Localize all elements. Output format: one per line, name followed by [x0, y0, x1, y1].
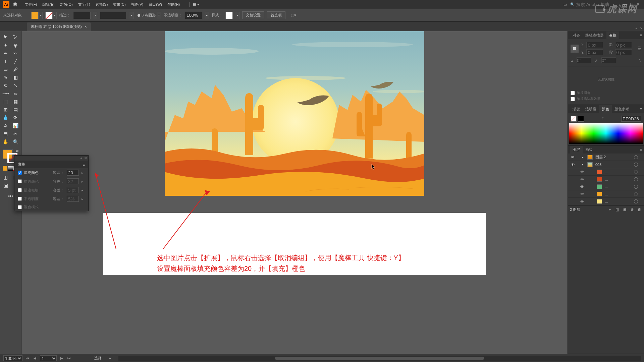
- zoom-select[interactable]: 100%: [3, 355, 22, 361]
- width-tool[interactable]: ⟿: [1, 89, 11, 98]
- symbol-sprayer-tool[interactable]: ✲: [1, 122, 11, 130]
- menu-type[interactable]: 文字(T): [75, 2, 93, 7]
- visibility-icon[interactable]: 👁: [579, 199, 585, 203]
- layer-name[interactable]: 003: [594, 163, 633, 167]
- constrain-proportions-icon[interactable]: ⛓: [638, 46, 641, 51]
- menu-file[interactable]: 文件(F): [22, 2, 40, 7]
- panel-close-icon[interactable]: ✕: [84, 156, 87, 160]
- scale-strokes-checkbox[interactable]: 缩放描边和效果: [571, 96, 641, 102]
- tab-close-icon[interactable]: ×: [85, 24, 87, 29]
- tab-transform[interactable]: 变换: [606, 32, 619, 39]
- profile-input[interactable]: [100, 12, 127, 19]
- layer-row[interactable]: 👁▾003: [568, 161, 644, 168]
- shape-builder-tool[interactable]: ⬚: [1, 98, 11, 106]
- wand-fill-color-checkbox[interactable]: 填充颜色: [18, 170, 50, 175]
- expand-icon[interactable]: ▾: [582, 163, 586, 166]
- magic-wand-panel[interactable]: «✕ 魔棒≡ 填充颜色 容差： ▸ 描边颜色 容差： ▸ 描边粗细 容差： ▸: [14, 155, 89, 211]
- menu-effect[interactable]: 效果(C): [110, 2, 128, 7]
- layer-name[interactable]: ...: [603, 185, 633, 189]
- brush-dd[interactable]: ▾: [157, 12, 161, 19]
- layer-row[interactable]: 👁...: [568, 176, 644, 183]
- graph-tool[interactable]: 📊: [11, 122, 21, 130]
- free-transform-tool[interactable]: ▱: [11, 89, 21, 98]
- tab-pathfinder[interactable]: 路径查找器: [583, 32, 606, 39]
- gradient-tool[interactable]: ▤: [11, 106, 21, 114]
- h-scrollbar[interactable]: [118, 356, 641, 361]
- opacity-dd[interactable]: ▸: [205, 12, 209, 19]
- stroke-weight-input[interactable]: [73, 12, 91, 19]
- tab-transparency[interactable]: 透明度: [583, 105, 599, 113]
- visibility-icon[interactable]: 👁: [570, 155, 575, 159]
- nav-next-icon[interactable]: ▶: [59, 356, 64, 361]
- make-clipping-mask-icon[interactable]: ◫: [614, 207, 620, 212]
- wand-opacity-checkbox[interactable]: 不透明度: [18, 196, 50, 201]
- help-search-input[interactable]: [576, 2, 616, 7]
- tab-align[interactable]: 对齐: [570, 32, 583, 39]
- maximize-icon[interactable]: ▢: [630, 2, 635, 7]
- rotate-tool[interactable]: ↻: [1, 81, 11, 89]
- workspace-icon[interactable]: ▭: [564, 2, 567, 7]
- target-icon[interactable]: [634, 199, 638, 203]
- color-black-swatch[interactable]: [578, 116, 584, 122]
- layer-row[interactable]: 👁...: [568, 198, 644, 205]
- wand-fill-tolerance-input[interactable]: [67, 170, 79, 176]
- target-icon[interactable]: [634, 177, 638, 181]
- tab-color[interactable]: 颜色: [599, 105, 612, 113]
- fill-swatch[interactable]: [31, 12, 39, 19]
- draw-mode[interactable]: ◫: [1, 173, 11, 181]
- artboard-tool[interactable]: ⬒: [1, 130, 11, 138]
- menu-view[interactable]: 视图(V): [128, 2, 146, 7]
- curvature-tool[interactable]: 〰: [11, 49, 21, 57]
- align-to-icon[interactable]: ⬚▾: [291, 13, 296, 17]
- perspective-tool[interactable]: ▦: [11, 98, 21, 106]
- help-search[interactable]: 🔍: [570, 2, 616, 7]
- wand-blend-checkbox[interactable]: 混合模式: [18, 204, 85, 209]
- layer-name[interactable]: 图层 2: [594, 155, 633, 160]
- tab-gradient[interactable]: 渐变: [570, 105, 583, 113]
- slice-tool[interactable]: ✂: [11, 130, 21, 138]
- wand-stroke-color-checkbox[interactable]: 描边颜色: [18, 179, 50, 184]
- eraser-tool[interactable]: ◧: [11, 73, 21, 81]
- h-scroll-thumb[interactable]: [275, 357, 484, 360]
- style-swatch[interactable]: [225, 12, 233, 19]
- color-hex-input[interactable]: [621, 116, 641, 122]
- nav-prev-icon[interactable]: ◀: [33, 356, 37, 361]
- menu-window[interactable]: 窗口(W): [146, 2, 165, 7]
- lasso-tool[interactable]: ◉: [11, 41, 21, 49]
- tab-layers[interactable]: 图层: [570, 146, 583, 154]
- screen-mode[interactable]: ▣: [1, 181, 11, 189]
- locate-object-icon[interactable]: ⌖: [607, 207, 612, 212]
- color-none-swatch[interactable]: [571, 116, 577, 122]
- reference-point-grid[interactable]: [571, 45, 579, 53]
- panel-menu-transform[interactable]: ≡: [640, 33, 642, 37]
- stroke-weight-dd[interactable]: ▾: [93, 12, 97, 19]
- eyedropper-tool[interactable]: 💧: [1, 114, 11, 122]
- stroke-dropdown[interactable]: ▾: [53, 12, 57, 19]
- visibility-icon[interactable]: 👁: [579, 192, 585, 196]
- layer-row[interactable]: 👁▸图层 2: [568, 154, 644, 161]
- menu-help[interactable]: 帮助(H): [165, 2, 182, 7]
- minimize-icon[interactable]: —: [623, 2, 628, 7]
- flip-h-icon[interactable]: ⇋: [639, 59, 641, 62]
- dock-collapse-icon[interactable]: «: [635, 26, 637, 30]
- nav-first-icon[interactable]: ⏮: [25, 356, 30, 361]
- arrange-docs-icon[interactable]: ▦ ▾: [189, 2, 199, 7]
- layer-name[interactable]: ...: [603, 177, 633, 181]
- direct-selection-tool[interactable]: [11, 33, 21, 41]
- artboard-nav-select[interactable]: 1: [40, 355, 57, 361]
- panel-menu-icon[interactable]: ≡: [83, 163, 85, 167]
- target-icon[interactable]: [634, 155, 638, 159]
- swap-fill-stroke-icon[interactable]: ⇄: [16, 149, 18, 153]
- menu-select[interactable]: 选择(S): [93, 2, 111, 7]
- wand-tol-stepper[interactable]: ▸: [82, 171, 85, 175]
- layer-row[interactable]: 👁...: [568, 183, 644, 190]
- type-tool[interactable]: T: [1, 57, 11, 65]
- home-icon[interactable]: [12, 1, 18, 7]
- expand-icon[interactable]: ▸: [582, 156, 586, 159]
- visibility-icon[interactable]: 👁: [570, 163, 575, 167]
- panel-menu-layers[interactable]: ≡: [640, 147, 642, 152]
- target-icon[interactable]: [634, 170, 638, 174]
- menu-object[interactable]: 对象(O): [57, 2, 75, 7]
- delete-layer-icon[interactable]: 🗑: [637, 207, 642, 212]
- paintbrush-tool[interactable]: 🖌: [11, 65, 21, 73]
